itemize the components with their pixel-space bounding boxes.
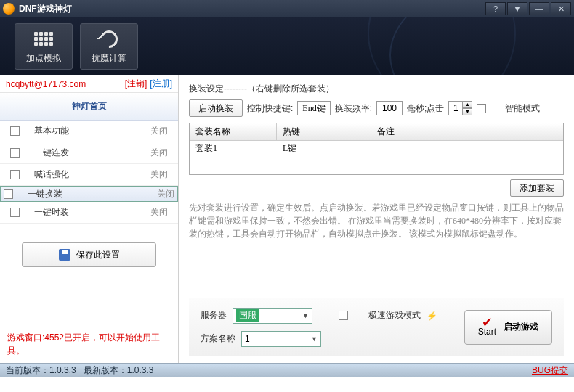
click-input[interactable] [448, 101, 463, 115]
start-swap-button[interactable]: 启动换装 [189, 99, 243, 117]
freq-label: 换装频率: [335, 102, 372, 115]
col-hotkey[interactable]: 热键 [277, 123, 371, 140]
freq-input[interactable] [376, 101, 403, 115]
add-set-button[interactable]: 添加套装 [510, 179, 564, 197]
col-note[interactable]: 备注 [371, 123, 563, 140]
click-spinner[interactable]: ▲▼ [462, 101, 472, 115]
nav-item-combo[interactable]: 一键连发关闭 [0, 142, 178, 164]
nav-item-equip[interactable]: 一键换装关闭 [0, 186, 178, 202]
statusbar: 当前版本：1.0.3.3 最新版本：1.0.3.3 BUG提交 [0, 363, 574, 377]
fast-label: 极速游戏模式 [368, 309, 421, 322]
sidebar: hcqbytt@17173.com [注销] [注册] 神灯首页 基本功能关闭 … [0, 75, 179, 363]
scheme-label: 方案名称 [201, 332, 235, 345]
table-row[interactable]: 套装1 L键 [190, 141, 563, 156]
swirl-icon [99, 29, 119, 49]
smart-checkbox[interactable] [477, 104, 486, 113]
panel-title: 换装设定--------（右键删除所选套装） [189, 83, 564, 95]
save-settings-button[interactable]: 保存此设置 [22, 242, 156, 267]
equip-table: 套装名称 热键 备注 套装1 L键 [189, 123, 564, 175]
tool-sim-label: 加点模拟 [26, 52, 61, 65]
content-panel: 换装设定--------（右键删除所选套装） 启动换装 控制快捷键: End键 … [179, 75, 574, 363]
fast-checkbox[interactable] [339, 311, 348, 320]
help-text: 先对套装进行设置，确定生效后。点启动换装。若游戏里已经设定物品窗口按键，则工具上… [189, 201, 564, 298]
register-link[interactable]: [注册] [150, 78, 172, 90]
hotkey-label: 控制快捷键: [247, 102, 293, 115]
bug-report-link[interactable]: BUG提交 [532, 364, 568, 377]
titlebar: DNF游戏神灯 ? ▼ — ✕ [0, 0, 574, 17]
disk-icon [59, 249, 70, 261]
username: hcqbytt@17173.com [6, 79, 122, 89]
dropdown-button[interactable]: ▼ [507, 2, 527, 15]
tool-calc-label: 抗魔计算 [92, 52, 126, 65]
minimize-button[interactable]: — [529, 2, 549, 15]
hotkey-field[interactable]: End键 [297, 101, 330, 115]
bottom-bar: 服务器 国服▼ 极速游戏模式 ⚡ 方案名称 1▼ ✔Start 启动游戏 [189, 298, 564, 356]
game-window-info: 游戏窗口:4552已开启，可以开始使用工具。 [0, 325, 178, 363]
latest-version: 最新版本：1.0.3.3 [84, 364, 154, 377]
server-label: 服务器 [201, 309, 227, 322]
toolbar: 加点模拟 抗魔计算 [0, 17, 574, 75]
current-version: 当前版本：1.0.3.3 [6, 364, 76, 377]
smart-label: 智能模式 [505, 102, 540, 115]
checkbox[interactable] [10, 208, 20, 217]
server-select[interactable]: 国服▼ [233, 308, 312, 324]
bolt-icon: ⚡ [427, 311, 437, 321]
start-icon: ✔Start [478, 318, 496, 337]
checkbox[interactable] [10, 170, 20, 179]
tool-calc[interactable]: 抗魔计算 [80, 23, 138, 70]
nav-item-shout[interactable]: 喊话强化关闭 [0, 164, 178, 186]
close-button[interactable]: ✕ [551, 2, 571, 15]
col-name[interactable]: 套装名称 [190, 123, 277, 140]
help-button[interactable]: ? [485, 2, 506, 15]
checkbox[interactable] [10, 126, 20, 136]
tool-sim[interactable]: 加点模拟 [15, 23, 73, 70]
app-title: DNF游戏神灯 [19, 3, 484, 15]
freq-unit: 毫秒;点击 [407, 102, 444, 115]
nav-header[interactable]: 神灯首页 [0, 93, 178, 121]
nav-item-basic[interactable]: 基本功能关闭 [0, 121, 178, 142]
start-game-button[interactable]: ✔Start 启动游戏 [464, 310, 552, 345]
checkbox[interactable] [4, 189, 13, 199]
app-icon [3, 3, 15, 15]
logout-link[interactable]: [注销] [125, 78, 147, 90]
grid-icon [33, 29, 54, 49]
user-row: hcqbytt@17173.com [注销] [注册] [0, 75, 178, 93]
checkbox[interactable] [10, 148, 20, 158]
scheme-select[interactable]: 1▼ [241, 331, 321, 347]
nav-item-fashion[interactable]: 一键时装关闭 [0, 202, 178, 224]
